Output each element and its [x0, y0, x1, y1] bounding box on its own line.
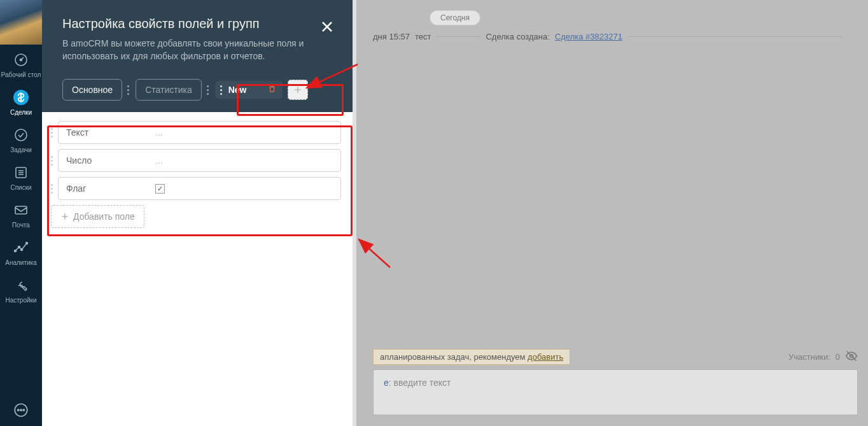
workspace-avatar[interactable] [0, 0, 42, 45]
envelope-icon [12, 201, 30, 219]
tab-new[interactable]: New [215, 81, 283, 99]
nav-label: Аналитика [5, 259, 37, 266]
feed-user: тест [415, 32, 431, 41]
field-name: Флаг [66, 183, 155, 194]
svg-point-13 [23, 409, 24, 411]
feed-line: дня 15:57 тест Сделка создана: Сделка #3… [373, 32, 843, 41]
note-input[interactable]: е: введите текст [373, 369, 858, 415]
deals-icon [12, 89, 30, 106]
field-value: ... [155, 127, 163, 138]
gauge-icon [12, 51, 30, 69]
field-value: ... [155, 155, 163, 166]
nav-label: Списки [10, 184, 31, 191]
drag-handle-icon[interactable] [51, 156, 53, 166]
checkbox-icon[interactable]: ✓ [155, 184, 165, 194]
svg-point-9 [26, 243, 28, 245]
nav-deals[interactable]: Сделки [0, 82, 42, 120]
tabs-row: Основное Статистика New [62, 79, 335, 101]
sidebar: Рабочий стол Сделки Задачи Списки Почта … [0, 0, 42, 426]
nav-tasks[interactable]: Задачи [0, 120, 42, 157]
trash-icon[interactable] [268, 85, 276, 95]
drag-handle-icon[interactable] [127, 85, 129, 95]
feed-time: дня 15:57 [373, 32, 410, 41]
field-row[interactable]: Текст ... [51, 121, 341, 144]
svg-point-12 [20, 409, 22, 411]
svg-point-1 [20, 59, 22, 61]
feed-event-text: Сделка создана: [486, 32, 549, 41]
check-circle-icon [12, 126, 30, 144]
svg-point-6 [15, 250, 17, 252]
task-banner-row: апланированных задач, рекомендуем добави… [373, 349, 858, 365]
tab-main[interactable]: Основное [62, 79, 122, 101]
participants-block: Участники: 0 [788, 350, 858, 364]
participants-count: 0 [836, 352, 840, 362]
field-row[interactable]: Число ... [51, 149, 341, 172]
field-text[interactable]: Текст ... [58, 121, 341, 144]
wrench-icon [12, 276, 30, 294]
svg-rect-5 [15, 206, 27, 214]
add-tab-button[interactable] [288, 80, 308, 100]
drag-handle-icon[interactable] [51, 128, 53, 138]
nav-label: Почта [12, 222, 30, 229]
tab-new-label: New [228, 85, 247, 95]
field-name: Текст [66, 127, 155, 138]
nav-notifications[interactable] [0, 394, 42, 426]
add-field-button[interactable]: Добавить поле [51, 205, 144, 228]
fields-container: Текст ... Число ... Флаг ✓ Добавить поле [42, 112, 353, 239]
analytics-icon [12, 239, 30, 257]
note-type-link[interactable]: е [384, 378, 389, 388]
field-flag[interactable]: Флаг ✓ [58, 177, 341, 200]
panel-title: Настройка свойств полей и групп [62, 17, 335, 31]
task-banner-text: апланированных задач, рекомендуем [380, 352, 525, 362]
nav-mail[interactable]: Почта [0, 195, 42, 232]
deal-link[interactable]: Сделка #3823271 [555, 32, 622, 41]
nav-lists[interactable]: Списки [0, 157, 42, 195]
nav-dashboard[interactable]: Рабочий стол [0, 45, 42, 82]
tab-stats[interactable]: Статистика [136, 79, 202, 101]
field-number[interactable]: Число ... [58, 149, 341, 172]
svg-point-8 [21, 249, 23, 251]
close-button[interactable] [316, 15, 339, 38]
today-chip: Сегодня [430, 10, 480, 25]
task-banner: апланированных задач, рекомендуем добави… [373, 349, 570, 365]
nav-label: Настройки [5, 297, 36, 304]
participants-label: Участники: [788, 352, 830, 362]
drag-handle-icon[interactable] [51, 184, 53, 194]
panel-description: В amoCRM вы можете добавлять свои уникал… [62, 38, 317, 62]
note-placeholder: : введите текст [389, 378, 451, 388]
nav-label: Сделки [10, 109, 32, 116]
svg-point-3 [15, 129, 27, 141]
nav-analytics[interactable]: Аналитика [0, 232, 42, 270]
settings-panel: Настройка свойств полей и групп В amoCRM… [42, 0, 356, 426]
panel-header: Настройка свойств полей и групп В amoCRM… [42, 0, 353, 112]
list-icon [12, 164, 30, 181]
svg-point-7 [18, 246, 20, 248]
field-name: Число [66, 155, 155, 166]
field-row[interactable]: Флаг ✓ [51, 177, 341, 200]
task-add-link[interactable]: добавить [528, 352, 563, 362]
add-field-label: Добавить поле [73, 211, 135, 222]
drag-handle-icon[interactable] [207, 85, 209, 95]
nav-label: Рабочий стол [1, 71, 41, 78]
svg-point-11 [18, 409, 19, 411]
drag-handle-icon [220, 85, 222, 95]
nav-label: Задачи [10, 146, 32, 153]
nav-settings[interactable]: Настройки [0, 270, 42, 308]
eye-off-icon[interactable] [845, 350, 858, 364]
